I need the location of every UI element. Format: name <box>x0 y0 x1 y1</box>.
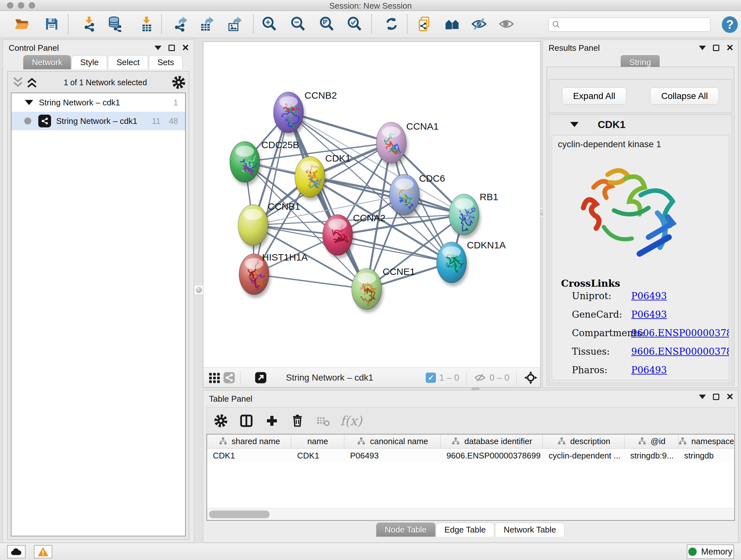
tab-edge-table[interactable]: Edge Table <box>436 523 495 537</box>
export-table-button[interactable] <box>197 15 216 33</box>
crosslink-link[interactable]: P06493 <box>631 365 667 375</box>
tab-node-table[interactable]: Node Table <box>376 523 435 537</box>
toolbar-separator <box>253 14 254 34</box>
tab-network-table[interactable]: Network Table <box>495 523 564 537</box>
cell-name[interactable]: CDK1 <box>291 449 344 462</box>
table-options-gear-icon[interactable] <box>212 413 229 429</box>
network-node-CCNB2[interactable]: CCNB2 <box>273 90 337 136</box>
search-input[interactable] <box>563 20 707 29</box>
left-splitter-handle[interactable] <box>194 285 204 295</box>
panel-menu-icon[interactable] <box>154 46 161 50</box>
crosslink-link[interactable]: P06493 <box>631 309 667 320</box>
expand-all-networks-icon[interactable] <box>25 77 39 88</box>
open-session-button[interactable] <box>13 15 31 33</box>
delete-column-trash-icon[interactable] <box>289 413 306 429</box>
cell-id[interactable]: stringdb:9... <box>624 449 678 462</box>
network-node-CCNE1[interactable]: CCNE1 <box>352 266 415 313</box>
collapse-all-networks-icon[interactable] <box>11 77 25 88</box>
network-node-CCNB1[interactable]: CCNB1 <box>238 201 300 249</box>
crosslink-link[interactable]: 9606.ENSP00000378699 <box>631 327 729 338</box>
network-collection-row[interactable]: String Network – cdk1 1 <box>11 93 185 112</box>
network-node-CDK1[interactable]: CDK1 <box>295 153 351 200</box>
help-button[interactable]: ? <box>722 16 738 33</box>
import-network-from-database-button[interactable] <box>105 15 124 33</box>
import-network-button[interactable] <box>80 15 98 33</box>
import-table-button[interactable] <box>137 15 156 33</box>
panel-float-icon[interactable] <box>713 394 719 400</box>
network-node-HIST1H1A[interactable]: HIST1H1A <box>239 252 308 298</box>
network-options-gear-icon[interactable] <box>172 75 186 89</box>
save-session-button[interactable] <box>43 15 61 33</box>
zoom-in-button[interactable] <box>260 15 279 33</box>
column-type-icon <box>451 437 461 446</box>
tab-sets[interactable]: Sets <box>149 55 183 69</box>
network-node-CDC25B[interactable]: CDC25B <box>230 139 299 186</box>
panel-menu-icon[interactable] <box>699 395 706 399</box>
network-edge-count: 48 <box>169 116 178 126</box>
node-label-CDKN1A: CDKN1A <box>467 240 506 250</box>
network-node-RB1[interactable]: RB1 <box>449 192 498 238</box>
panel-close-icon[interactable]: ✕ <box>726 394 734 400</box>
panel-float-icon[interactable] <box>169 45 175 51</box>
birdseye-navigator-icon[interactable] <box>524 371 538 385</box>
delete-table-icon[interactable] <box>315 413 331 429</box>
tab-network[interactable]: Network <box>23 55 71 69</box>
column-type-icon <box>557 437 566 446</box>
column-header-namespace[interactable]: namespace <box>678 435 734 448</box>
panel-menu-icon[interactable] <box>699 46 706 50</box>
toolbar-separator <box>407 14 408 34</box>
network-row[interactable]: String Network – cdk1 11 48 <box>11 112 185 130</box>
cell-namespace[interactable]: stringdb <box>678 449 734 462</box>
node-label-CDK1: CDK1 <box>325 153 351 164</box>
cell-shared-name[interactable]: CDK1 <box>207 449 291 462</box>
network-canvas[interactable]: CCNB2CCNA1CDC25BCDK1CDC6RB1CCNB1CCNA2CDK… <box>203 42 540 367</box>
column-header-shared-name[interactable]: shared name <box>207 435 291 448</box>
scrollbar-thumb[interactable] <box>209 510 270 518</box>
horizontal-scrollbar[interactable] <box>207 508 734 520</box>
cell-database-identifier[interactable]: 9606.ENSP00000378699 <box>441 449 543 462</box>
grid-view-icon[interactable] <box>207 370 222 385</box>
selected-checkbox-icon[interactable]: ✓ <box>426 373 436 383</box>
cloud-status-button[interactable] <box>7 545 25 558</box>
detach-view-icon[interactable] <box>253 370 268 385</box>
column-header-database-identifier[interactable]: database identifier <box>441 435 543 448</box>
zoom-fit-button[interactable] <box>318 15 336 33</box>
memory-button[interactable]: Memory <box>687 544 734 559</box>
show-column-icon[interactable] <box>238 413 255 429</box>
column-type-icon <box>678 437 687 446</box>
function-builder-icon[interactable]: f(x) <box>340 414 362 428</box>
cloud-icon <box>10 547 22 556</box>
tab-style[interactable]: Style <box>71 55 107 69</box>
expand-all-button[interactable]: Expand All <box>562 87 626 105</box>
show-all-icon-button[interactable] <box>497 15 516 33</box>
zoom-selected-button[interactable] <box>345 15 364 33</box>
hide-selected-icon-button[interactable] <box>470 15 488 33</box>
zoom-out-button[interactable] <box>289 15 307 33</box>
crosslink-link[interactable]: P06493 <box>631 291 667 301</box>
column-header-canonical-name[interactable]: canonical name <box>344 435 441 448</box>
panel-close-icon[interactable]: ✕ <box>182 45 189 51</box>
warnings-button[interactable] <box>34 545 52 558</box>
network-node-CDC6[interactable]: CDC6 <box>389 173 445 219</box>
collapse-all-button[interactable]: Collapse All <box>650 87 719 105</box>
node-label-CDC25B: CDC25B <box>261 139 299 150</box>
column-header-id[interactable]: @id <box>624 435 678 448</box>
cell-description[interactable]: cyclin-dependent ... <box>543 449 624 462</box>
export-image-button[interactable] <box>225 15 244 33</box>
network-view-icon[interactable] <box>222 370 237 385</box>
column-header-name[interactable]: name <box>291 435 344 448</box>
refresh-button[interactable] <box>382 15 401 33</box>
network-node-CDKN1A[interactable]: CDKN1A <box>436 240 506 286</box>
tab-select[interactable]: Select <box>108 55 148 69</box>
column-header-description[interactable]: description <box>543 435 624 448</box>
panel-close-icon[interactable]: ✕ <box>726 45 734 51</box>
cell-canonical-name[interactable]: P06493 <box>344 449 441 462</box>
create-column-icon[interactable] <box>264 413 280 429</box>
collection-expand-icon[interactable] <box>25 100 33 105</box>
crosslink-link[interactable]: 9606.ENSP00000378699 <box>631 346 729 357</box>
first-neighbors-button[interactable] <box>443 15 461 33</box>
clone-network-button[interactable] <box>416 15 434 33</box>
entry-collapse-icon[interactable] <box>570 122 579 127</box>
export-network-button[interactable] <box>171 15 189 33</box>
panel-float-icon[interactable] <box>713 45 719 51</box>
